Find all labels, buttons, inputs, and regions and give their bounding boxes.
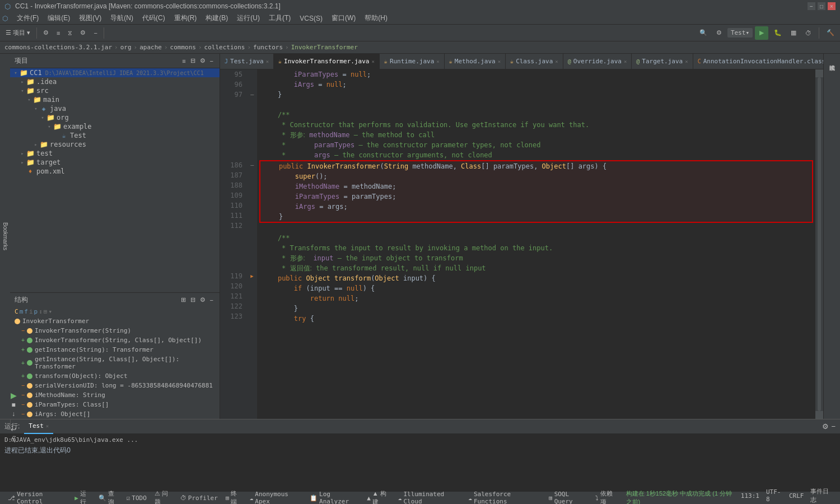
search-everywhere-button[interactable]: 🔍 xyxy=(696,26,711,40)
struct-item-getinstance1[interactable]: + getInstance(String): Transformer xyxy=(10,345,220,354)
struct-item-iparamtypes[interactable]: − iParamTypes: Class[] xyxy=(10,400,220,409)
status-event-log[interactable]: 事件日志 xyxy=(807,489,836,502)
status-terminal[interactable]: ⊞ 终端 xyxy=(222,492,245,504)
run-button[interactable]: ▶ xyxy=(755,26,768,40)
close-button[interactable]: × xyxy=(828,2,836,10)
scrollbar-track[interactable] xyxy=(818,77,821,411)
profile-button[interactable]: ⏱ xyxy=(802,26,815,40)
tab-method[interactable]: ☕ Method.java × xyxy=(445,54,506,69)
title-bar-controls[interactable]: − □ × xyxy=(808,2,836,10)
breadcrumb-org[interactable]: org xyxy=(120,44,132,51)
menu-file[interactable]: 文件(F) xyxy=(12,12,43,25)
bookmarks-tab[interactable]: Bookmarks xyxy=(0,54,10,419)
right-scrollbar[interactable] xyxy=(815,69,823,419)
run-config-combo[interactable]: Test ▾ xyxy=(727,28,753,38)
tab-invoker-transformer[interactable]: ☕ InvokerTransformer.java × xyxy=(274,54,380,69)
tree-item-test-java[interactable]: ☕ Test xyxy=(10,131,220,140)
status-todo[interactable]: ☑ TODO xyxy=(123,492,150,504)
tab-annotation[interactable]: C AnnotationInvocationHandler.class × xyxy=(693,54,823,69)
breadcrumb-jar[interactable]: commons-collections-3.2.1.jar xyxy=(4,44,112,51)
tab-test-java[interactable]: J Test.java × xyxy=(220,54,274,69)
status-run[interactable]: ▶ 运行 xyxy=(71,492,94,504)
sidebar-settings-btn[interactable]: ⚙ xyxy=(198,57,207,65)
menu-refactor[interactable]: 重构(R) xyxy=(170,12,202,25)
menu-navigate[interactable]: 导航(N) xyxy=(106,12,138,25)
bottom-tab-test[interactable]: Test × xyxy=(24,419,53,434)
tab-close-test[interactable]: × xyxy=(266,59,269,64)
build-button[interactable]: 🔨 xyxy=(823,26,838,40)
status-build[interactable]: ▲ ▲ 构建 xyxy=(363,492,394,504)
stop-btn[interactable]: ■ xyxy=(10,401,17,409)
tab-runtime[interactable]: ☕ Runtime.java × xyxy=(380,54,445,69)
menu-tools[interactable]: 工具(T) xyxy=(264,12,295,25)
bottom-tab-test-close[interactable]: × xyxy=(46,423,49,429)
tab-close-override[interactable]: × xyxy=(624,59,627,64)
coverage-button[interactable]: ▦ xyxy=(787,26,800,40)
struct-item-serialuid[interactable]: − serialVersionUID: long = -865338584846… xyxy=(10,381,220,390)
status-version-control[interactable]: ⎇ Version Control xyxy=(4,492,70,504)
scrollbar-up[interactable] xyxy=(815,69,823,77)
breadcrumb-collections[interactable]: collections xyxy=(204,44,245,51)
tree-item-pom[interactable]: ♦ pom.xml xyxy=(10,167,220,176)
tab-target[interactable]: @ Target.java × xyxy=(632,54,693,69)
sidebar-collapse-btn[interactable]: ⊟ xyxy=(189,57,197,65)
tree-item-test-folder[interactable]: ▸ 📁 test xyxy=(10,149,220,158)
menu-view[interactable]: 视图(V) xyxy=(74,12,106,25)
code-area[interactable]: iParamTypes = null; iArgs = null; } /** xyxy=(257,69,815,419)
menu-edit[interactable]: 编辑(E) xyxy=(43,12,74,25)
tab-class[interactable]: ☕ Class.java × xyxy=(506,54,563,69)
menu-window[interactable]: 窗口(W) xyxy=(327,12,360,25)
struct-item-ctor1[interactable]: − InvokerTransformer(String) xyxy=(10,326,220,335)
settings-button[interactable]: ⚙ xyxy=(713,26,725,40)
struct-expand-btn[interactable]: ⊞ xyxy=(179,296,188,304)
status-test[interactable]: 🔍 查询 xyxy=(95,492,122,504)
tree-item-main[interactable]: ▾ 📁 main xyxy=(10,95,220,104)
rerun-btn[interactable]: ▶ xyxy=(10,391,17,400)
breadcrumb-class[interactable]: InvokerTransformer xyxy=(291,44,358,51)
toolbar-btn-3[interactable]: ⧖ xyxy=(64,26,76,40)
breadcrumb-apache[interactable]: apache xyxy=(139,44,162,51)
status-profiler[interactable]: ⏱ Profiler xyxy=(177,492,221,504)
struct-item-iargs[interactable]: − iArgs: Object[] xyxy=(10,409,220,419)
struct-item-getinstance2[interactable]: + getInstance(String, Class[], Object[])… xyxy=(10,354,220,371)
scrollbar-down[interactable] xyxy=(815,411,823,419)
tree-item-java[interactable]: ▾ ◈ java xyxy=(10,104,220,113)
status-line-col[interactable]: 113:1 xyxy=(738,489,763,502)
menu-run[interactable]: 运行(U) xyxy=(232,12,264,25)
status-deps[interactable]: ⤵ 依赖项 xyxy=(592,492,620,504)
scroll-end-btn[interactable]: ↓ xyxy=(10,410,17,418)
status-problems[interactable]: ⚠ 问题 xyxy=(151,492,176,504)
tab-close-target[interactable]: × xyxy=(685,59,688,64)
breadcrumb-commons[interactable]: commons xyxy=(170,44,196,51)
fold-3[interactable]: − xyxy=(247,90,257,100)
tree-item-org[interactable]: ▾ 📁 org xyxy=(10,113,220,122)
breadcrumb-functors[interactable]: functors xyxy=(253,44,283,51)
struct-collapse-btn[interactable]: ⊟ xyxy=(189,296,197,304)
struct-item-class[interactable]: InvokerTransformer xyxy=(10,316,220,326)
menu-vcs[interactable]: VCS(S) xyxy=(295,12,327,25)
tab-close-class[interactable]: × xyxy=(555,59,558,64)
status-salesforce[interactable]: ☁ Salesforce Functions xyxy=(465,492,544,504)
project-toggle-button[interactable]: ☰ 项目 ▾ xyxy=(2,26,34,40)
debug-button[interactable]: 🐛 xyxy=(771,26,785,40)
toolbar-btn-collapse[interactable]: − xyxy=(90,26,100,40)
struct-close-btn[interactable]: − xyxy=(208,296,215,304)
tree-item-idea[interactable]: ▸ 📁 .idea xyxy=(10,77,220,86)
maximize-button[interactable]: □ xyxy=(818,2,825,10)
status-anonymous-apex[interactable]: ☁ Anonymous Apex xyxy=(246,492,305,504)
toolbar-btn-2[interactable]: ≡ xyxy=(53,26,63,40)
status-soql[interactable]: ⊞ SOQL Query xyxy=(545,492,591,504)
status-illuminated-cloud[interactable]: ☁ Illuminated Cloud xyxy=(395,492,464,504)
toolbar-btn-4[interactable]: ⚙ xyxy=(77,26,89,40)
sidebar-align-btn[interactable]: ≡ xyxy=(180,57,187,65)
tree-item-target[interactable]: ▸ 📁 target xyxy=(10,158,220,167)
struct-item-transform[interactable]: + transform(Object): Object xyxy=(10,371,220,381)
print-btn[interactable]: 🖨 xyxy=(10,435,17,442)
status-encoding[interactable]: UTF-8 xyxy=(763,489,786,502)
tab-close-runtime[interactable]: × xyxy=(436,59,439,64)
menu-code[interactable]: 代码(C) xyxy=(138,12,170,25)
menu-build[interactable]: 构建(B) xyxy=(201,12,232,25)
toolbar-btn-1[interactable]: ⚙ xyxy=(40,26,52,40)
tree-item-cc1[interactable]: ▾ 📁 CC1 D:\JAVA\IDEA\IntelliJ IDEA 2021.… xyxy=(10,68,220,77)
tab-close-method[interactable]: × xyxy=(498,59,501,64)
